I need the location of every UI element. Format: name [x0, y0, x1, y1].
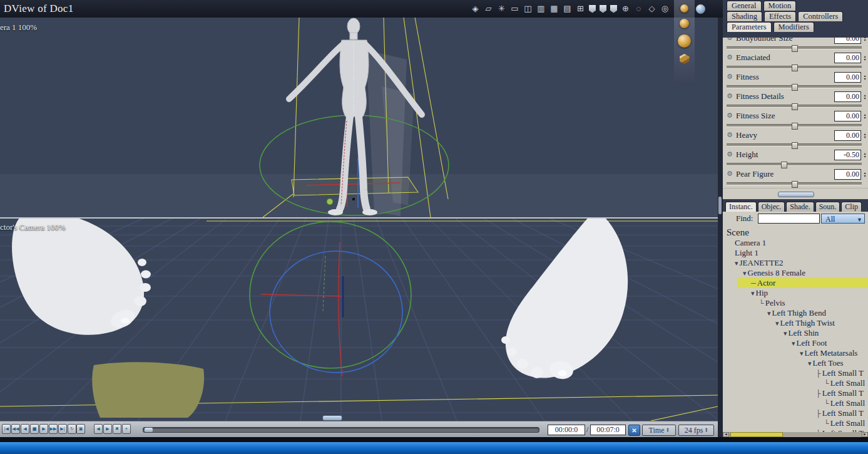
scene-tab-soun-[interactable]: Soun. [815, 202, 840, 212]
scene-tree-item[interactable]: ▾Left Foot [723, 338, 868, 348]
target-view-icon[interactable]: ◎ [660, 4, 670, 14]
gear-icon[interactable]: ⚙ [727, 53, 733, 61]
scene-tree-item[interactable]: Scene [723, 227, 868, 238]
value-spinner[interactable]: ▴▾ [862, 130, 867, 141]
tab-modifiers[interactable]: Modifiers [774, 22, 814, 32]
viewport-splitter-handle[interactable] [322, 415, 342, 421]
keyframe-view-button[interactable]: ▣ [76, 424, 85, 434]
viewport-actors-camera[interactable]: ctor's Camera 100% [0, 219, 718, 421]
parameter-value-field[interactable]: 0.00 [834, 53, 861, 63]
scene-tree-item[interactable]: ▾JEANETTE2 [723, 258, 868, 268]
pointer-tool-icon[interactable]: ◈ [471, 4, 480, 14]
spinner-down-icon[interactable]: ▾ [862, 175, 867, 178]
fast-forward-button[interactable]: ▶▶ [49, 424, 58, 434]
parameter-slider[interactable] [727, 143, 862, 147]
orbit-pan-control[interactable] [680, 19, 689, 28]
dotted-circle-icon[interactable]: ◌ [634, 4, 643, 14]
parameter-slider[interactable] [727, 85, 862, 88]
spinner-down-icon[interactable]: ▾ [862, 136, 867, 139]
scene-tree-item[interactable]: └Left Small [723, 398, 868, 408]
fps-dropdown[interactable]: 24 fps ▲▼ [678, 425, 714, 436]
parameter-value-field[interactable]: -0.50 [834, 150, 861, 160]
scene-tree-item[interactable]: ▾Left Metatarsals [723, 348, 868, 358]
stop-button[interactable]: ■ [30, 424, 39, 434]
scene-tree-item[interactable]: Light 1 [723, 248, 868, 258]
tab-general[interactable]: General [727, 1, 762, 11]
scene-tree-item[interactable]: ├Left Small T [723, 368, 868, 378]
rewind-button[interactable]: ◀◀ [11, 424, 20, 434]
gear-icon[interactable]: ⚙ [727, 131, 733, 139]
value-spinner[interactable]: ▴▾ [862, 72, 867, 83]
expander-icon[interactable]: ▾ [735, 259, 738, 267]
current-time-field[interactable]: 00:00:0 [548, 425, 585, 435]
gear-icon[interactable]: ⚙ [727, 38, 733, 42]
play-button[interactable]: ▶ [39, 424, 48, 434]
tab-parameters[interactable]: Parameters [727, 22, 772, 32]
value-spinner[interactable]: ▴▾ [862, 53, 867, 63]
scene-tree-item[interactable]: └Left Small [723, 418, 868, 428]
parameter-value-field[interactable]: 0.00 [834, 130, 861, 141]
spinner-down-icon[interactable]: ▾ [862, 58, 867, 61]
parameter-value-field[interactable]: 0.00 [834, 72, 861, 83]
gear-icon[interactable]: ⚙ [727, 73, 733, 81]
slider-handle[interactable] [792, 181, 798, 188]
parameter-value-field[interactable]: 0.00 [834, 91, 861, 102]
parameter-slider[interactable] [727, 46, 862, 49]
scene-tab-instanc-[interactable]: Instanc. [725, 202, 757, 212]
time-mode-dropdown[interactable]: Time ▲▼ [642, 425, 676, 436]
scene-tree-item[interactable]: ├Left Small T [723, 388, 868, 398]
scroll-left-icon[interactable]: ◀ [723, 432, 729, 437]
scene-tree-item[interactable]: ▾Hip [723, 288, 868, 298]
tab-controllers[interactable]: Controllers [798, 11, 843, 21]
spinner-down-icon[interactable]: ▾ [862, 39, 867, 42]
total-time-field[interactable]: 00:07:0 [590, 425, 626, 435]
gear-icon[interactable]: ⚙ [727, 170, 733, 178]
cube-view-icon[interactable]: ◇ [647, 4, 656, 14]
value-spinner[interactable]: ▴▾ [862, 150, 867, 160]
orbit-rotate-control[interactable] [680, 4, 688, 13]
panel-splitter-pill[interactable] [778, 192, 814, 197]
expander-icon[interactable]: ▾ [743, 269, 747, 277]
scene-tree-item[interactable]: ▾Left Thigh Twist [723, 318, 868, 328]
spinner-down-icon[interactable]: ▾ [862, 97, 867, 100]
parameter-slider[interactable] [727, 124, 862, 127]
find-input[interactable] [758, 214, 820, 224]
globe-icon[interactable] [696, 4, 705, 14]
viewport-camera1[interactable]: era 1 100% [0, 18, 718, 217]
scrollbar-thumb[interactable] [730, 432, 783, 437]
scene-tree-item[interactable]: ▾Left Thigh Bend [723, 308, 868, 318]
expander-icon[interactable]: ▾ [767, 309, 771, 317]
layout-rows-icon[interactable]: ▤ [563, 4, 572, 14]
shield-wire-icon[interactable] [600, 5, 606, 13]
scene-tree-item[interactable]: ▾Left Shin [723, 328, 868, 338]
orbit-up-icon[interactable]: ⊕ [621, 4, 630, 14]
scrubber-thumb[interactable] [145, 428, 153, 432]
expander-icon[interactable]: ▾ [751, 289, 755, 297]
prev-key-button[interactable]: ◀ [94, 424, 103, 434]
goto-start-button[interactable]: |◀ [2, 424, 11, 434]
goto-end-button[interactable]: ▶| [58, 424, 67, 434]
parameter-slider[interactable] [727, 105, 862, 108]
layout-three-column-icon[interactable]: ▥ [536, 4, 546, 14]
expander-icon[interactable]: ▾ [792, 339, 795, 347]
panel-horizontal-splitter[interactable] [723, 188, 868, 200]
measure-tool-icon[interactable]: ▱ [484, 4, 493, 14]
shield-texture-icon[interactable] [610, 5, 617, 13]
panel-splitter-handle[interactable] [718, 197, 722, 214]
scene-tab-shade-[interactable]: Shade. [786, 202, 814, 212]
layout-quad-icon[interactable]: ⊞ [576, 4, 585, 14]
spinner-down-icon[interactable]: ▾ [862, 78, 867, 81]
scene-tree-item[interactable]: ├Left Small T [723, 408, 868, 418]
value-spinner[interactable]: ▴▾ [862, 38, 867, 44]
timeline-close-button[interactable]: ✕ [628, 425, 640, 436]
gear-icon[interactable]: ⚙ [727, 92, 733, 100]
next-key-button[interactable]: ▶ [103, 424, 112, 434]
parameter-slider[interactable] [727, 182, 862, 185]
parameter-slider[interactable] [727, 163, 862, 166]
tab-shading[interactable]: Shading [727, 11, 762, 21]
value-spinner[interactable]: ▴▾ [862, 111, 867, 121]
spinner-down-icon[interactable]: ▾ [862, 155, 867, 158]
parameter-value-field[interactable]: 0.00 [834, 169, 861, 180]
gear-icon[interactable]: ⚙ [727, 111, 733, 120]
find-filter-dropdown[interactable]: All ▼ [821, 214, 865, 224]
